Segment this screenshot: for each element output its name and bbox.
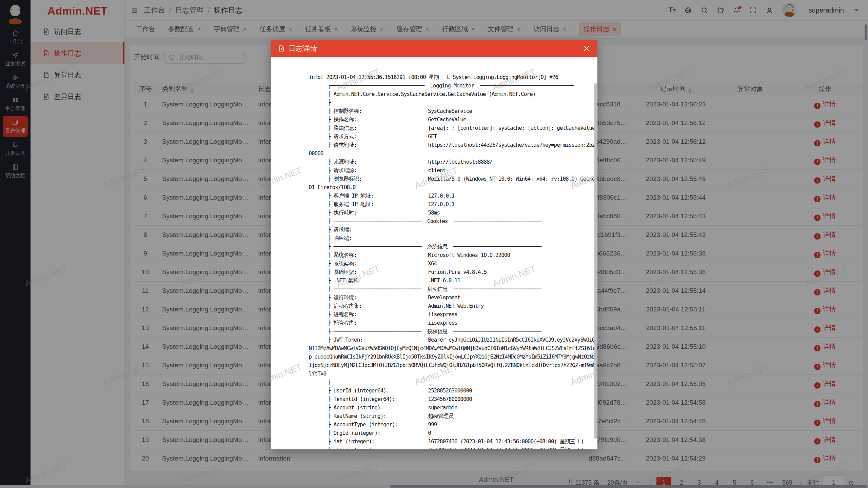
log-key: ├ AccountType (integer): — [328, 420, 428, 429]
log-value: iisexpress — [428, 320, 457, 326]
log-value: .NET 6.0.11 — [428, 277, 460, 284]
log-key: ├ 来源地址: — [328, 158, 428, 166]
log-key: ├ 路由信息: — [328, 124, 428, 132]
log-value: 252885263000000 — [428, 387, 472, 394]
log-key: ├ 请求地址: — [328, 141, 428, 149]
log-value: 1672807436 (2023-01-04 12:43:56:0000(+08… — [428, 447, 584, 449]
log-value: client — [428, 167, 446, 174]
log-key: ├ .NET 架构: — [328, 276, 428, 285]
log-plain-text: 01 Firefox/108.0 — [309, 184, 355, 190]
log-value: Bearer eyJhbGciOiJIUzI1NiIsInR5cCI6IkpXV… — [428, 337, 597, 343]
log-key: ├ 客户端 IP 地址: — [328, 191, 428, 200]
log-plain-text: lYtTx0 — [309, 370, 326, 377]
log-plain-text: ├ ────────────────────────────── 授权信息 ──… — [328, 328, 541, 334]
log-value: 999 — [428, 421, 437, 428]
log-line: ├ — [279, 369, 597, 378]
log-key: ├ 操作名称: — [328, 115, 428, 124]
log-key: ├ 执行耗时: — [328, 208, 428, 217]
log-key: ├ 服务端 IP 地址: — [328, 200, 428, 208]
log-text: info: 2023-01-04 12:55:36.1516291 +08:00… — [279, 64, 597, 449]
log-key: ├ OrgId (integer): — [328, 429, 428, 437]
log-key: ├ 请求端源: — [328, 166, 428, 175]
log-detail-dialog: 日志详情 × info: 2023-01-04 12:55:36.1516291… — [271, 40, 597, 449]
log-value: [area]: ; [controller]: sysCache; [actio… — [428, 125, 595, 131]
log-plain-text: ├ — [328, 99, 331, 106]
log-value: SysCacheService — [428, 108, 472, 114]
dialog-header: 日志详情 × — [271, 40, 597, 57]
log-plain-text: 00000 — [309, 150, 323, 157]
log-value: GET — [428, 133, 437, 140]
log-plain-text: info: 2023-01-04 12:55:36.1516291 +08:00… — [309, 74, 558, 80]
dialog-body: info: 2023-01-04 12:55:36.1516291 +08:00… — [271, 57, 597, 449]
log-key: ├ 系统名称: — [328, 251, 428, 259]
document-icon — [278, 45, 285, 52]
log-value: superadmin — [428, 404, 457, 411]
log-key: ├ 运行环境: — [328, 293, 428, 302]
log-value: X64 — [428, 260, 437, 267]
log-key: ├ 启动程序集: — [328, 302, 428, 310]
log-value: http://localhost:8888/ — [428, 159, 492, 165]
log-plain-text: ├ ────────────────────────────── 启动信息 ──… — [328, 286, 541, 292]
log-key: ├ iat (integer): — [328, 437, 428, 446]
log-key: ├ 系统架构: — [328, 259, 428, 268]
log-plain-text: p-euoeeQhuWRmCIsIkFjY291bnRUeXBlIjo5OTks… — [309, 353, 597, 360]
log-key: ├ 进程名称: — [328, 310, 428, 319]
close-icon[interactable]: × — [583, 44, 591, 53]
log-value: Mozilla/5.0 (Windows NT 10.0; Win64; x64… — [428, 176, 597, 182]
log-value: Furion.Pure v4.8.4.5 — [428, 269, 487, 275]
dialog-title: 日志详情 — [289, 44, 317, 53]
log-line: ├ 来源地址:http://localhost:8888/ — [279, 149, 597, 158]
log-plain-text: IjoxNjczNDEyMjM2LCJpc3MiOiJBZG1pbi5ORVQi… — [309, 362, 597, 368]
log-key: ├ 响应端: — [328, 234, 428, 242]
log-value: Admin.NET.Web.Entry — [428, 303, 484, 309]
log-value: Microsoft Windows 10.0.22000 — [428, 252, 510, 258]
dialog-scrollbar-thumb[interactable] — [594, 83, 597, 439]
log-value: 127.0.0.1 — [428, 201, 454, 207]
log-value: 0 — [428, 430, 431, 436]
log-key: ├ TenantId (integer64): — [328, 395, 428, 403]
log-key: ├ 请求端: — [328, 225, 428, 234]
log-value: Development — [428, 294, 460, 301]
log-key: ├ 请求方式: — [328, 132, 428, 141]
log-plain-text: ┌──────────────────────────────── Loggin… — [328, 82, 573, 89]
log-key: ├ UserId (integer64): — [328, 386, 428, 395]
log-value: 127.0.0.1 — [428, 192, 454, 199]
log-key: ├ 托管程序: — [328, 319, 428, 327]
log-key: ├ JWT Token: — [328, 336, 428, 344]
log-plain-text: NTI2MzAwMDAwMCwiVGVuYW50SWQiOjEyMzQ1Njc4… — [309, 345, 597, 351]
log-key: ├ nbf (integer): — [328, 446, 428, 449]
log-value: 123456780000000 — [428, 396, 472, 402]
log-key: ├ 基础框架: — [328, 268, 428, 276]
log-key: ├ 控制器名称: — [328, 107, 428, 115]
log-value: iisexpress — [428, 311, 457, 318]
log-value: 58ms — [428, 209, 440, 216]
log-value: 1672807436 (2023-01-04 12:43:56:0000(+08… — [428, 438, 584, 445]
log-value: GetCacheValue — [428, 116, 466, 123]
log-key: ├ RealName (string): — [328, 412, 428, 420]
log-plain-text: ├ Admin.NET.Core.Service.SysCacheService… — [328, 91, 535, 97]
log-line: info: 2023-01-04 12:55:36.1516291 +08:00… — [279, 64, 597, 73]
log-plain-text: ├ ────────────────────────────── Cookies… — [328, 218, 541, 224]
log-value: https://localhost:44326/sysCache/value?k… — [428, 142, 597, 148]
log-value: 超级管理员 — [428, 413, 453, 419]
log-plain-text: ├ ────────────────────────────── 系统信息 ──… — [328, 243, 541, 250]
log-key: ├ 浏览器标识: — [328, 175, 428, 183]
log-key: ├ Account (string): — [328, 403, 428, 412]
log-plain-text: ├ — [328, 379, 331, 385]
